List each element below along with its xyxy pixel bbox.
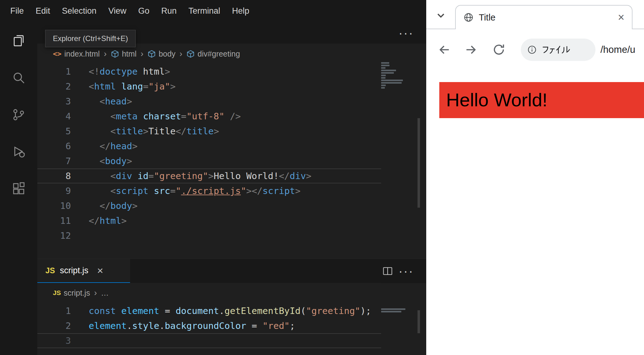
line-number[interactable]: 11 — [37, 213, 71, 228]
code-text — [71, 228, 89, 243]
code-line[interactable]: 1<!doctype html> — [37, 64, 381, 79]
code-line[interactable]: 5 <title>Title</title> — [37, 124, 381, 139]
line-number[interactable]: 2 — [37, 79, 71, 94]
breadcrumb-label: html — [122, 49, 137, 58]
vscode-window: FileEditSelectionViewGoRunTerminalHelp — [0, 0, 426, 355]
close-icon[interactable]: × — [618, 11, 624, 24]
breadcrumb-item[interactable]: JSscript.js — [53, 288, 90, 297]
minimap-line — [381, 311, 401, 312]
code-text: <script src="./script.js"></script> — [71, 183, 301, 198]
code-text: </head> — [71, 139, 138, 154]
line-number[interactable]: 5 — [37, 124, 71, 139]
run-debug-icon[interactable] — [0, 133, 37, 170]
code-text: <!doctype html> — [71, 64, 170, 79]
js-icon: JS — [45, 266, 55, 275]
line-number[interactable]: 9 — [37, 183, 71, 198]
code-line[interactable]: 4 <meta charset="utf-8" /> — [37, 109, 381, 124]
code-text: const element = document.getElementById(… — [71, 303, 371, 318]
breadcrumb-label: body — [159, 49, 175, 58]
menu-item-run[interactable]: Run — [155, 6, 183, 16]
code-text: </body> — [71, 198, 138, 213]
back-icon[interactable] — [437, 43, 451, 57]
search-icon[interactable] — [0, 59, 37, 96]
breadcrumb-item[interactable]: body — [147, 49, 175, 58]
code-line[interactable]: 3 — [37, 333, 381, 348]
tabstrip-edge — [426, 29, 456, 29]
minimap-line — [381, 70, 396, 71]
minimap[interactable] — [381, 308, 407, 313]
menu-item-help[interactable]: Help — [226, 6, 255, 16]
code-line[interactable]: 7 <body> — [37, 154, 381, 168]
minimap-line — [381, 85, 386, 86]
line-number[interactable]: 2 — [37, 318, 71, 333]
line-number[interactable]: 8 — [37, 169, 71, 183]
menu-item-file[interactable]: File — [4, 6, 30, 16]
symbol-cube-icon — [111, 50, 119, 58]
line-number[interactable]: 1 — [37, 303, 71, 318]
code-text: <html lang="ja"> — [71, 79, 175, 94]
address-text[interactable]: /home/u — [600, 44, 635, 55]
chevron-right-icon: › — [94, 288, 97, 298]
tab-list-chevron-icon[interactable] — [435, 9, 447, 21]
menu-bar: FileEditSelectionViewGoRunTerminalHelp — [0, 0, 426, 22]
breadcrumb-label: index.html — [64, 49, 100, 58]
forward-icon[interactable] — [464, 43, 478, 57]
line-number[interactable]: 10 — [37, 198, 71, 213]
line-number[interactable]: 1 — [37, 64, 71, 79]
source-control-icon[interactable] — [0, 96, 37, 133]
js-icon: JS — [53, 289, 61, 297]
line-number[interactable]: 3 — [37, 94, 71, 109]
breadcrumb-item[interactable]: <>index.html — [53, 49, 100, 58]
code-line[interactable]: 6 </head> — [37, 139, 381, 154]
browser-tab[interactable]: Title × — [455, 5, 632, 29]
line-number[interactable]: 6 — [37, 139, 71, 154]
menu-item-terminal[interactable]: Terminal — [183, 6, 226, 16]
scrollbar[interactable] — [418, 118, 420, 208]
breadcrumb-item[interactable]: … — [101, 288, 109, 297]
code-line[interactable]: 1const element = document.getElementById… — [37, 303, 381, 318]
code-text: </html> — [71, 213, 127, 228]
close-icon[interactable]: × — [97, 265, 103, 277]
line-number[interactable]: 12 — [37, 228, 71, 243]
minimap-line — [381, 77, 385, 79]
minimap[interactable] — [381, 62, 407, 90]
tabstrip-edge — [632, 29, 644, 29]
explorer-icon[interactable] — [0, 22, 37, 59]
code-text: <meta charset="utf-8" /> — [71, 109, 241, 124]
line-number[interactable]: 7 — [37, 154, 71, 168]
panel-tab-bar: JS script.js × ··· — [37, 259, 426, 283]
reload-icon[interactable] — [492, 43, 506, 57]
code-line[interactable]: 11</html> — [37, 213, 381, 228]
code-line[interactable]: 9 <script src="./script.js"></script> — [37, 183, 381, 198]
code-line[interactable]: 8 <div id="greeting">Hello World!</div> — [37, 168, 381, 183]
code-line[interactable]: 10 </body> — [37, 198, 381, 213]
minimap-line — [381, 75, 386, 76]
split-editor-icon[interactable] — [382, 265, 393, 277]
line-number[interactable]: 3 — [37, 334, 71, 348]
code-text: <body> — [71, 154, 132, 168]
greeting-div: Hello World! — [439, 82, 644, 118]
code-text: <div id="greeting">Hello World!</div> — [71, 169, 311, 183]
origin-chip[interactable] — [521, 39, 595, 61]
menu-item-view[interactable]: View — [102, 6, 132, 16]
scrollbar[interactable] — [418, 310, 420, 333]
chevron-right-icon: › — [180, 49, 182, 59]
chevron-right-icon: › — [104, 49, 107, 59]
explorer-tooltip: Explorer (Ctrl+Shift+E) — [45, 30, 136, 47]
html-editor: 1<!doctype html>2<html lang="ja">3 <head… — [37, 64, 381, 243]
breadcrumb-item[interactable]: html — [111, 49, 137, 58]
breadcrumb-item[interactable]: div#greeting — [186, 49, 240, 58]
extensions-icon[interactable] — [0, 170, 37, 207]
menu-item-go[interactable]: Go — [132, 6, 155, 16]
code-text — [71, 334, 89, 348]
line-number[interactable]: 4 — [37, 109, 71, 124]
code-line[interactable]: 2<html lang="ja"> — [37, 79, 381, 94]
breadcrumb: JSscript.js›… — [37, 283, 381, 303]
code-line[interactable]: 2element.style.backgroundColor = "red"; — [37, 318, 381, 333]
tab-script-js[interactable]: JS script.js × — [37, 259, 130, 283]
minimap-line — [381, 87, 385, 89]
code-line[interactable]: 12 — [37, 228, 381, 243]
code-line[interactable]: 3 <head> — [37, 94, 381, 109]
menu-item-selection[interactable]: Selection — [56, 6, 102, 16]
menu-item-edit[interactable]: Edit — [30, 6, 56, 16]
